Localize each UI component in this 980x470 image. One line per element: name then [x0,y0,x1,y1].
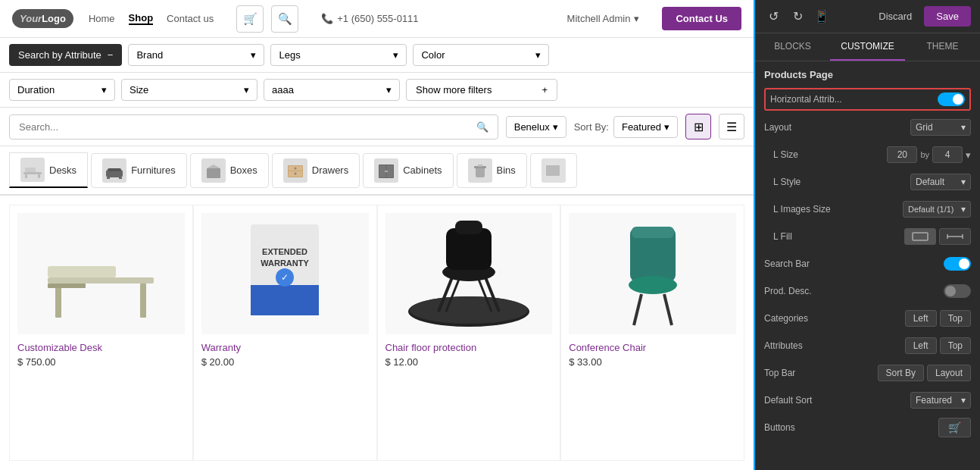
size-filter[interactable]: Size ▾ [121,79,257,101]
fill-opt2-button[interactable] [939,228,971,245]
aaaa-dropdown-icon: ▾ [386,84,392,96]
product-name-0: Customizable Desk [17,342,185,353]
product-image-desk [17,213,185,334]
tab-blocks[interactable]: BLOCKS [755,33,830,61]
search-icon-button[interactable]: 🔍 [271,5,298,33]
user-info: Mitchell Admin ▾ [567,13,640,24]
product-price-3: $ 33.00 [569,356,736,368]
product-card-3[interactable]: Conference Chair $ 33.00 [560,205,744,461]
phone-info: 📞 +1 (650) 555-0111 [321,13,418,24]
size-label: L Size [764,149,887,160]
brand-label: Brand [136,49,163,61]
cat-left-button[interactable]: Left [905,310,937,327]
svg-rect-42 [446,228,492,270]
default-sort-chevron: ▾ [961,395,966,406]
sort-by-dropdown[interactable]: Featured ▾ [613,116,678,138]
buttons-label: Buttons [764,422,938,433]
product-card-1[interactable]: EXTENDED WARRANTY ✓ Warranty $ 20.00 [193,205,377,461]
panel-toolbar: ↺ ↻ 📱 Discard Save [755,0,980,33]
search-box[interactable]: 🔍 [9,114,498,139]
attributes-label: Attributes [764,340,905,351]
images-size-value: Default (1/1) [908,205,954,214]
search-by-attribute-button[interactable]: Search by Attribute − [9,44,122,66]
style-value: Default [916,177,944,187]
horiz-attrib-toggle[interactable] [938,92,965,106]
bins-icon [468,158,492,183]
color-filter[interactable]: Color ▾ [413,44,549,66]
cart-icon-button[interactable]: 🛒 [236,5,264,33]
cat-tab-furnitures[interactable]: Furnitures [91,153,187,188]
images-size-label: L Images Size [764,204,903,215]
cat-top-button[interactable]: Top [940,310,971,327]
svg-rect-30 [251,285,319,315]
brand-filter[interactable]: Brand ▾ [128,44,264,66]
grid-view-button[interactable]: ⊞ [685,114,711,139]
style-select[interactable]: Default ▾ [910,174,971,190]
mobile-icon[interactable]: 📱 [813,9,831,24]
fill-opt1-button[interactable] [904,228,936,245]
fill-row: L Fill [764,226,971,247]
save-button[interactable]: Save [924,6,971,27]
size-num2-input[interactable] [932,146,963,163]
categories-row: Categories Left Top [764,308,971,329]
svg-point-14 [294,172,296,174]
prod-desc-toggle[interactable] [944,284,971,298]
location-chevron: ▾ [553,121,558,133]
nav-links: Home Shop Contact us [89,12,214,25]
list-view-button[interactable]: ☰ [719,114,744,139]
search-bar-toggle[interactable] [944,257,971,271]
product-grid: Customizable Desk $ 750.00 EXTENDED WARR… [0,196,754,470]
show-more-filters-button[interactable]: Show more filters + [406,79,557,101]
show-more-label: Show more filters [416,84,492,96]
svg-rect-27 [48,284,86,288]
topbar-layout-button[interactable]: Layout [927,365,971,381]
undo-icon[interactable]: ↺ [764,9,782,24]
product-card-2[interactable]: Chair floor protection $ 12.00 [377,205,561,461]
images-size-select[interactable]: Default (1/1) ▾ [903,201,971,218]
attr-top-button[interactable]: Top [940,337,971,354]
cat-tab-bins[interactable]: Bins [457,153,527,188]
legs-filter[interactable]: Legs ▾ [270,44,407,66]
user-dropdown-icon[interactable]: ▾ [634,13,639,24]
aaaa-filter[interactable]: aaaa ▾ [264,79,400,101]
redo-icon[interactable]: ↻ [788,9,807,24]
search-input[interactable] [19,121,470,133]
attr-left-button[interactable]: Left [905,337,937,354]
desks-icon [20,158,45,182]
cat-tab-drawers[interactable]: Drawers [272,153,360,188]
cat-tab-cabinets[interactable]: Cabinets [363,153,453,188]
contact-us-button[interactable]: Contact Us [662,7,741,30]
product-price-1: $ 20.00 [201,356,369,368]
sort-chevron: ▾ [664,121,669,133]
discard-button[interactable]: Discard [872,8,918,25]
more-icon [541,158,566,183]
cat-tab-boxes[interactable]: Boxes [190,153,269,188]
panel-content: Products Page Horizontal Attrib... Layou… [755,61,980,470]
cat-tab-desks[interactable]: Desks [9,152,88,188]
list-icon: ☰ [726,120,737,134]
search-bar-row: Search Bar [764,253,971,274]
show-more-plus-icon: + [541,84,548,96]
tab-customize[interactable]: CUSTOMIZE [830,33,905,61]
svg-rect-28 [48,266,116,277]
duration-filter[interactable]: Duration ▾ [9,79,115,101]
svg-line-46 [634,294,641,325]
location-dropdown[interactable]: Benelux ▾ [506,116,566,138]
layout-select[interactable]: Grid ▾ [910,119,971,136]
legs-label: Legs [279,49,300,61]
search-attr-label: Search by Attribute [18,49,101,61]
svg-rect-2 [38,174,40,178]
product-card-0[interactable]: Customizable Desk $ 750.00 [9,205,193,461]
size-num1-input[interactable] [887,146,917,163]
topbar-sort-button[interactable]: Sort By [878,365,924,381]
nav-contact[interactable]: Contact us [167,13,214,24]
svg-point-13 [294,167,296,169]
product-image-conf-chair [569,213,736,334]
buttons-cart-icon[interactable]: 🛒 [938,418,971,437]
default-sort-select[interactable]: Featured ▾ [910,392,971,409]
nav-shop[interactable]: Shop [129,12,154,25]
product-name-1: Warranty [201,342,369,353]
tab-theme[interactable]: THEME [905,33,980,61]
nav-home[interactable]: Home [89,13,115,24]
cat-tab-more[interactable] [530,153,577,188]
